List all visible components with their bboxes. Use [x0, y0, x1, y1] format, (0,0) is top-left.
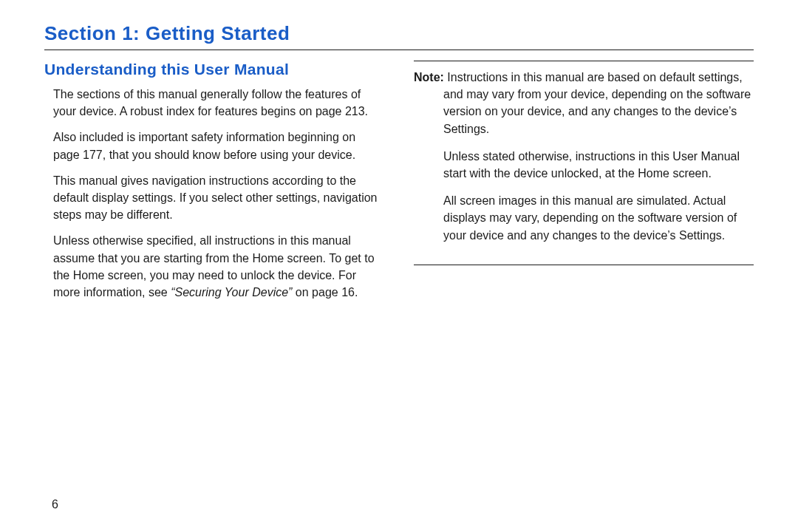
- note-paragraph: Note: Instructions in this manual are ba…: [414, 69, 754, 137]
- body-paragraph: This manual gives navigation instruction…: [44, 172, 384, 224]
- left-column: Understanding this User Manual The secti…: [44, 61, 384, 310]
- body-paragraph: Unless otherwise specified, all instruct…: [44, 232, 384, 301]
- two-column-layout: Understanding this User Manual The secti…: [44, 61, 754, 310]
- cross-reference: “Securing Your Device”: [171, 286, 292, 299]
- text-run: on page 16.: [292, 286, 358, 299]
- manual-page: Section 1: Getting Started Understanding…: [0, 0, 798, 332]
- page-number: 6: [52, 498, 58, 511]
- body-paragraph: Also included is important safety inform…: [44, 129, 384, 163]
- body-paragraph: The sections of this manual generally fo…: [44, 86, 384, 120]
- right-column: Note: Instructions in this manual are ba…: [414, 61, 754, 310]
- text-run: Instructions in this manual are based on…: [443, 71, 751, 135]
- note-paragraph: All screen images in this manual are sim…: [414, 192, 754, 244]
- title-divider: [44, 50, 754, 50]
- note-paragraph: Unless stated otherwise, instructions in…: [414, 148, 754, 182]
- section-title: Section 1: Getting Started: [44, 22, 754, 45]
- note-label: Note:: [414, 71, 444, 83]
- subheading: Understanding this User Manual: [44, 61, 384, 78]
- note-block: Note: Instructions in this manual are ba…: [414, 61, 754, 265]
